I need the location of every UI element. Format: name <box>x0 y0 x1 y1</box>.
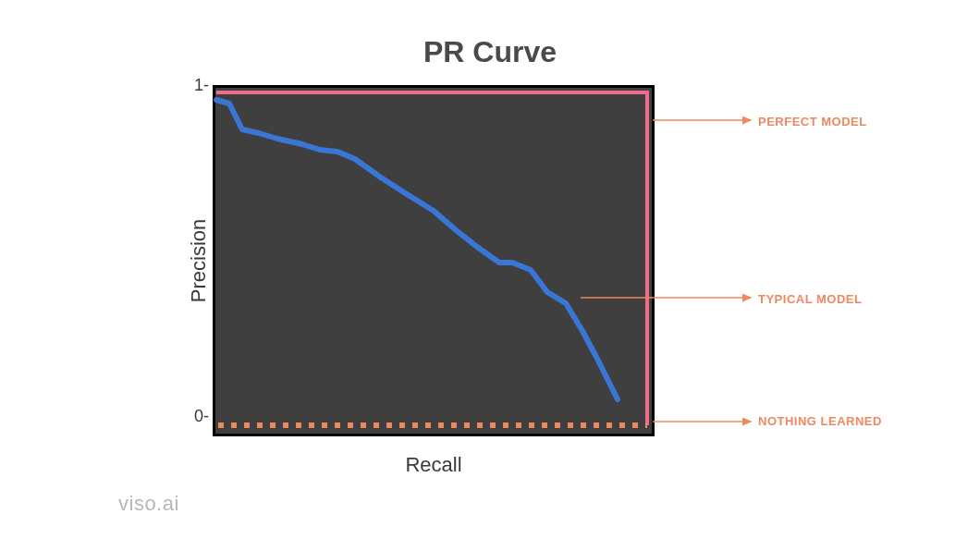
legend-typical-model: TYPICAL MODEL <box>758 292 862 306</box>
legend-perfect-model: PERFECT MODEL <box>758 115 867 129</box>
y-tick-1: 1- <box>194 76 209 95</box>
x-axis-label: Recall <box>213 453 655 477</box>
y-axis-label: Precision <box>187 219 211 302</box>
legend-nothing-learned: NOTHING LEARNED <box>758 414 882 428</box>
chart-title: PR Curve <box>0 35 980 69</box>
y-tick-0: 0- <box>194 407 209 426</box>
plot-area <box>213 85 655 436</box>
brand-watermark: viso.ai <box>118 492 179 516</box>
